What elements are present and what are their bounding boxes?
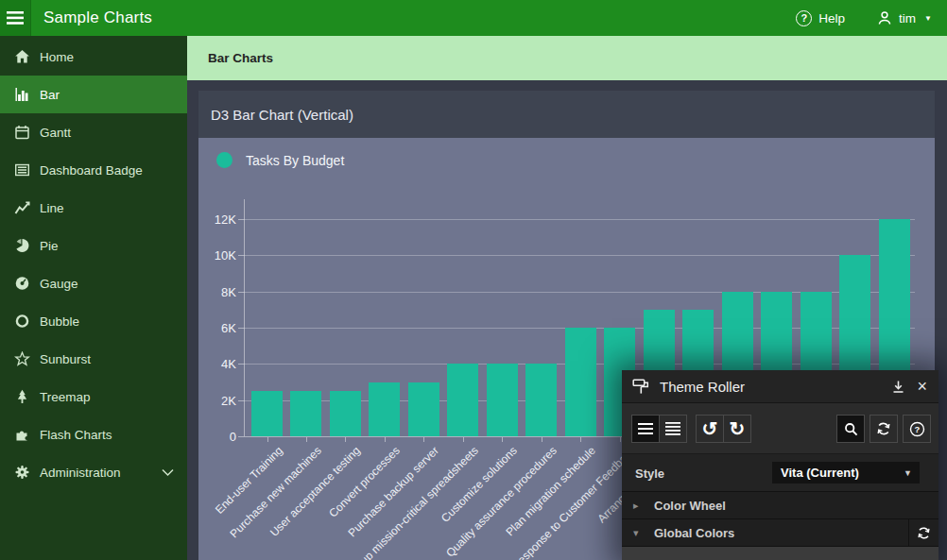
bar[interactable]	[565, 328, 596, 436]
chevron-down-icon: ▼	[904, 468, 912, 478]
sidebar-item-home[interactable]: Home	[0, 38, 187, 76]
close-icon[interactable]: ×	[917, 380, 927, 393]
user-caret-icon: ▼	[924, 14, 932, 23]
menu-toggle-button[interactable]	[0, 0, 31, 36]
three-lines-icon	[638, 423, 653, 434]
section-color-wheel-label: Color Wheel	[654, 499, 726, 513]
bar[interactable]	[487, 364, 518, 436]
bar[interactable]	[330, 391, 361, 436]
y-axis-label: 12K	[198, 212, 236, 227]
sidebar-nav: HomeBarGanttDashboard BadgeLinePieGaugeB…	[0, 36, 187, 560]
sidebar-item-pie[interactable]: Pie	[0, 227, 187, 264]
gear-icon	[13, 465, 30, 480]
search-button[interactable]	[836, 415, 865, 443]
detailed-view-button[interactable]	[659, 415, 687, 443]
refresh-icon	[917, 526, 931, 540]
four-lines-icon	[665, 422, 680, 435]
theme-roller-panel: Theme Roller × ↺ ↻	[622, 370, 938, 560]
paint-roller-icon	[632, 378, 650, 396]
sidebar-item-label: Bubble	[40, 314, 79, 329]
sidebar-item-label: Gantt	[40, 126, 71, 140]
bar[interactable]	[525, 364, 557, 436]
download-theme-button[interactable]	[891, 380, 905, 394]
sidebar-item-gauge[interactable]: Gauge	[0, 264, 187, 302]
app-title: Sample Charts	[43, 8, 152, 27]
legend-label: Tasks By Budget	[246, 153, 344, 168]
question-circle-icon: ?	[909, 421, 925, 437]
chart-card-header: D3 Bar Chart (Vertical)	[198, 91, 935, 138]
sidebar-item-label: Treemap	[40, 390, 91, 404]
search-icon	[844, 422, 858, 436]
gridline	[244, 255, 915, 256]
sidebar-item-label: Administration	[40, 466, 121, 480]
bar[interactable]	[447, 364, 478, 436]
section-global-colors[interactable]: ▾ Global Colors	[622, 518, 938, 546]
user-menu-button[interactable]: tim ▼	[877, 10, 932, 25]
theme-roller-header[interactable]: Theme Roller ×	[622, 370, 938, 403]
bar[interactable]	[408, 382, 439, 436]
sidebar-item-label: Line	[40, 201, 64, 215]
y-axis-label: 10K	[198, 248, 236, 263]
theme-roller-help-button[interactable]: ?	[903, 415, 931, 443]
x-axis-tick	[502, 437, 503, 442]
sidebar-item-treemap[interactable]: Treemap	[0, 378, 187, 416]
y-axis-label: 0	[198, 430, 236, 444]
refresh-button[interactable]	[870, 415, 898, 443]
breadcrumb-bar: Bar Charts	[187, 36, 947, 80]
style-select[interactable]: Vita (Current) ▼	[772, 462, 920, 484]
sidebar-item-label: Pie	[40, 239, 59, 253]
y-axis-label: 4K	[198, 357, 236, 371]
x-axis-tick	[463, 437, 464, 442]
gauge-icon	[13, 276, 30, 291]
user-name: tim	[899, 11, 916, 25]
gridline	[244, 219, 915, 220]
theme-roller-title: Theme Roller	[660, 379, 745, 395]
x-axis-tick	[542, 437, 542, 442]
reset-global-colors-button[interactable]	[908, 519, 938, 546]
sidebar-item-line[interactable]: Line	[0, 189, 187, 227]
bar[interactable]	[369, 382, 400, 436]
compact-view-button[interactable]	[631, 415, 660, 443]
puzzle-icon	[13, 427, 30, 442]
sidebar-item-label: Dashboard Badge	[40, 163, 143, 178]
x-axis-tick	[580, 437, 581, 442]
style-select-value: Vita (Current)	[781, 466, 904, 480]
style-label: Style	[635, 467, 664, 481]
legend-marker-icon	[216, 152, 232, 168]
x-axis-tick	[385, 437, 386, 442]
pie-chart-icon	[13, 238, 30, 253]
bar[interactable]	[290, 391, 321, 436]
x-axis-tick	[306, 437, 307, 442]
sidebar-item-gantt[interactable]: Gantt	[0, 113, 187, 151]
y-axis-label: 2K	[198, 393, 236, 407]
theme-roller-toolbar: ↺ ↻ ?	[622, 403, 938, 453]
sidebar-item-bar[interactable]: Bar	[0, 76, 187, 113]
sidebar-item-bubble[interactable]: Bubble	[0, 302, 187, 340]
help-button[interactable]: ? Help	[796, 10, 845, 26]
undo-button[interactable]: ↺	[696, 415, 724, 443]
sidebar-item-label: Gauge	[40, 277, 78, 291]
line-chart-icon	[13, 200, 30, 215]
sidebar-item-label: Bar	[40, 88, 60, 102]
download-icon	[891, 380, 905, 394]
svg-text:?: ?	[914, 424, 920, 434]
sidebar-item-flash-charts[interactable]: Flash Charts	[0, 416, 187, 453]
chart-legend[interactable]: Tasks By Budget	[216, 152, 344, 168]
sidebar-item-dashboard-badge[interactable]: Dashboard Badge	[0, 151, 187, 189]
sidebar-item-label: Home	[40, 50, 74, 64]
y-axis-line	[244, 199, 245, 436]
list-icon	[13, 162, 30, 178]
redo-button[interactable]: ↻	[723, 415, 751, 443]
section-color-wheel[interactable]: ▸ Color Wheel	[622, 491, 938, 518]
bar-chart-icon	[13, 87, 30, 102]
chart-card-title: D3 Bar Chart (Vertical)	[211, 107, 353, 123]
chevron-down-icon	[162, 468, 174, 477]
star-icon	[13, 351, 30, 366]
hamburger-icon	[7, 11, 24, 25]
sidebar-item-administration[interactable]: Administration	[0, 453, 187, 491]
sidebar-item-sunburst[interactable]: Sunburst	[0, 340, 187, 378]
bar[interactable]	[251, 391, 283, 436]
breadcrumb-title: Bar Charts	[208, 51, 273, 65]
next-section-strip	[622, 546, 938, 560]
x-axis-tick	[345, 437, 346, 442]
